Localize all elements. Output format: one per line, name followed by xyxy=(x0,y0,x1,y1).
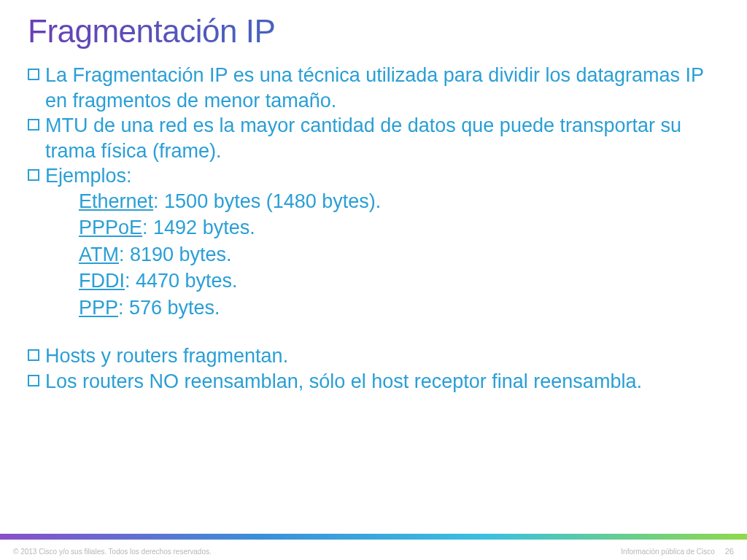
example-item: ATM: 8190 bytes. xyxy=(79,242,719,268)
example-item: PPP: 576 bytes. xyxy=(79,295,719,321)
examples-list: Ethernet: 1500 bytes (1480 bytes). PPPoE… xyxy=(79,189,719,321)
slide-content: La Fragmentación IP es una técnica utili… xyxy=(28,63,719,394)
example-value: : 1500 bytes (1480 bytes). xyxy=(153,190,381,212)
slide-title: Fragmentación IP xyxy=(28,13,719,50)
example-name: PPP xyxy=(79,297,118,319)
bullet-item: MTU de una red es la mayor cantidad de d… xyxy=(28,113,719,163)
example-name: Ethernet xyxy=(79,190,153,212)
slide-footer: © 2013 Cisco y/o sus filiales. Todos los… xyxy=(0,547,747,556)
example-value: : 4470 bytes. xyxy=(125,270,238,292)
example-item: Ethernet: 1500 bytes (1480 bytes). xyxy=(79,189,719,214)
example-value: : 8190 bytes. xyxy=(119,244,232,265)
bullet-square-icon xyxy=(28,69,39,80)
bullet-item: Hosts y routers fragmentan. xyxy=(28,343,719,369)
bullet-square-icon xyxy=(28,169,39,181)
example-name: PPPoE xyxy=(79,217,142,238)
example-item: PPPoE: 1492 bytes. xyxy=(79,215,719,241)
bullet-item: La Fragmentación IP es una técnica utili… xyxy=(28,63,719,113)
example-value: : 1492 bytes. xyxy=(142,217,255,238)
example-name: FDDI xyxy=(79,270,125,292)
bullet-square-icon xyxy=(28,375,39,386)
bullet-item: Ejemplos: xyxy=(28,163,719,189)
bullet-text: Hosts y routers fragmentan. xyxy=(45,343,719,369)
bullet-square-icon xyxy=(28,119,39,131)
bullet-text: La Fragmentación IP es una técnica utili… xyxy=(45,63,719,113)
example-item: FDDI: 4470 bytes. xyxy=(79,268,719,294)
page-number: 26 xyxy=(725,547,734,556)
bullet-square-icon xyxy=(28,349,39,361)
bullet-text: MTU de una red es la mayor cantidad de d… xyxy=(45,113,719,163)
example-name: ATM xyxy=(79,244,119,265)
classification-text: Información pública de Cisco xyxy=(621,548,714,556)
footer-gradient-bar xyxy=(0,534,747,540)
bullet-item: Los routers NO reensamblan, sólo el host… xyxy=(28,369,719,394)
bullet-text: Ejemplos: xyxy=(45,163,719,189)
bullet-text: Los routers NO reensamblan, sólo el host… xyxy=(45,369,719,394)
slide: Fragmentación IP La Fragmentación IP es … xyxy=(0,0,747,560)
example-value: : 576 bytes. xyxy=(118,297,220,319)
copyright-text: © 2013 Cisco y/o sus filiales. Todos los… xyxy=(13,548,212,556)
